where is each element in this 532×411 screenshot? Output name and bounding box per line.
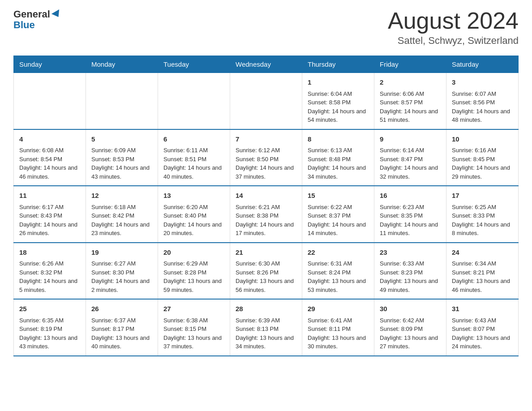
- day-info: Sunrise: 6:42 AMSunset: 8:09 PMDaylight:…: [380, 316, 441, 351]
- calendar-cell: 14Sunrise: 6:21 AMSunset: 8:38 PMDayligh…: [230, 186, 302, 243]
- calendar-cell: 3Sunrise: 6:07 AMSunset: 8:56 PMDaylight…: [446, 73, 519, 129]
- day-info: Sunrise: 6:31 AMSunset: 8:24 PMDaylight:…: [308, 259, 369, 294]
- calendar-cell: 11Sunrise: 6:17 AMSunset: 8:43 PMDayligh…: [14, 186, 86, 243]
- day-number: 26: [91, 304, 152, 314]
- calendar-cell: 8Sunrise: 6:13 AMSunset: 8:48 PMDaylight…: [302, 129, 374, 186]
- day-number: 11: [19, 191, 80, 201]
- calendar-cell: 9Sunrise: 6:14 AMSunset: 8:47 PMDaylight…: [374, 129, 446, 186]
- weekday-header-saturday: Saturday: [446, 56, 519, 73]
- calendar-cell: 10Sunrise: 6:16 AMSunset: 8:45 PMDayligh…: [446, 129, 519, 186]
- calendar-cell: 1Sunrise: 6:04 AMSunset: 8:58 PMDaylight…: [302, 73, 374, 129]
- calendar-cell: [86, 73, 158, 129]
- day-info: Sunrise: 6:08 AMSunset: 8:54 PMDaylight:…: [19, 146, 80, 181]
- day-number: 13: [163, 191, 224, 201]
- calendar-cell: 29Sunrise: 6:41 AMSunset: 8:11 PMDayligh…: [302, 299, 374, 356]
- day-info: Sunrise: 6:30 AMSunset: 8:26 PMDaylight:…: [236, 259, 296, 294]
- calendar-cell: 17Sunrise: 6:25 AMSunset: 8:33 PMDayligh…: [446, 186, 519, 243]
- calendar-cell: 28Sunrise: 6:39 AMSunset: 8:13 PMDayligh…: [230, 299, 302, 356]
- calendar-body: 1Sunrise: 6:04 AMSunset: 8:58 PMDaylight…: [14, 73, 519, 356]
- calendar-cell: 4Sunrise: 6:08 AMSunset: 8:54 PMDaylight…: [14, 129, 86, 186]
- calendar-header: SundayMondayTuesdayWednesdayThursdayFrid…: [14, 56, 519, 73]
- day-info: Sunrise: 6:20 AMSunset: 8:40 PMDaylight:…: [163, 203, 224, 238]
- day-number: 23: [380, 248, 441, 258]
- calendar-cell: 30Sunrise: 6:42 AMSunset: 8:09 PMDayligh…: [374, 299, 446, 356]
- day-number: 14: [236, 191, 296, 201]
- day-info: Sunrise: 6:35 AMSunset: 8:19 PMDaylight:…: [19, 316, 80, 351]
- calendar-cell: 23Sunrise: 6:33 AMSunset: 8:23 PMDayligh…: [374, 243, 446, 300]
- day-info: Sunrise: 6:27 AMSunset: 8:30 PMDaylight:…: [91, 259, 152, 294]
- calendar-cell: 25Sunrise: 6:35 AMSunset: 8:19 PMDayligh…: [14, 299, 86, 356]
- day-info: Sunrise: 6:23 AMSunset: 8:35 PMDaylight:…: [380, 203, 441, 238]
- day-number: 27: [163, 304, 224, 314]
- day-number: 2: [380, 77, 441, 88]
- calendar-cell: 18Sunrise: 6:26 AMSunset: 8:32 PMDayligh…: [14, 243, 86, 300]
- calendar-cell: 5Sunrise: 6:09 AMSunset: 8:53 PMDaylight…: [86, 129, 158, 186]
- calendar-cell: 13Sunrise: 6:20 AMSunset: 8:40 PMDayligh…: [158, 186, 230, 243]
- day-info: Sunrise: 6:16 AMSunset: 8:45 PMDaylight:…: [452, 146, 513, 181]
- day-number: 3: [452, 77, 513, 88]
- week-row-1: 1Sunrise: 6:04 AMSunset: 8:58 PMDaylight…: [14, 73, 519, 129]
- day-info: Sunrise: 6:17 AMSunset: 8:43 PMDaylight:…: [19, 203, 80, 238]
- day-info: Sunrise: 6:12 AMSunset: 8:50 PMDaylight:…: [236, 146, 296, 181]
- calendar-cell: 27Sunrise: 6:38 AMSunset: 8:15 PMDayligh…: [158, 299, 230, 356]
- day-number: 20: [163, 248, 224, 258]
- calendar-cell: 12Sunrise: 6:18 AMSunset: 8:42 PMDayligh…: [86, 186, 158, 243]
- day-info: Sunrise: 6:41 AMSunset: 8:11 PMDaylight:…: [308, 316, 369, 351]
- day-info: Sunrise: 6:11 AMSunset: 8:51 PMDaylight:…: [163, 146, 224, 181]
- month-title: August 2024: [388, 9, 519, 32]
- day-number: 1: [308, 77, 369, 88]
- weekday-header-tuesday: Tuesday: [158, 56, 230, 73]
- day-number: 31: [452, 304, 513, 314]
- location-title: Sattel, Schwyz, Switzerland: [388, 35, 519, 47]
- day-number: 6: [163, 134, 224, 145]
- day-info: Sunrise: 6:25 AMSunset: 8:33 PMDaylight:…: [452, 203, 513, 238]
- logo: General Blue: [13, 9, 61, 30]
- logo-general-text: General: [13, 9, 50, 20]
- day-info: Sunrise: 6:38 AMSunset: 8:15 PMDaylight:…: [163, 316, 224, 351]
- day-info: Sunrise: 6:22 AMSunset: 8:37 PMDaylight:…: [308, 203, 369, 238]
- calendar-cell: [14, 73, 86, 129]
- week-row-5: 25Sunrise: 6:35 AMSunset: 8:19 PMDayligh…: [14, 299, 519, 356]
- calendar-cell: [158, 73, 230, 129]
- day-number: 22: [308, 248, 369, 258]
- day-number: 7: [236, 134, 296, 145]
- calendar-cell: 31Sunrise: 6:43 AMSunset: 8:07 PMDayligh…: [446, 299, 519, 356]
- weekday-header-row: SundayMondayTuesdayWednesdayThursdayFrid…: [14, 56, 519, 73]
- day-number: 15: [308, 191, 369, 201]
- week-row-3: 11Sunrise: 6:17 AMSunset: 8:43 PMDayligh…: [14, 186, 519, 243]
- day-number: 19: [91, 248, 152, 258]
- day-number: 12: [91, 191, 152, 201]
- day-number: 8: [308, 134, 369, 145]
- calendar-cell: 21Sunrise: 6:30 AMSunset: 8:26 PMDayligh…: [230, 243, 302, 300]
- day-number: 10: [452, 134, 513, 145]
- day-number: 17: [452, 191, 513, 201]
- calendar-table: SundayMondayTuesdayWednesdayThursdayFrid…: [13, 56, 519, 356]
- day-info: Sunrise: 6:18 AMSunset: 8:42 PMDaylight:…: [91, 203, 152, 238]
- day-info: Sunrise: 6:06 AMSunset: 8:57 PMDaylight:…: [380, 90, 441, 124]
- day-info: Sunrise: 6:04 AMSunset: 8:58 PMDaylight:…: [308, 90, 369, 124]
- calendar-cell: 15Sunrise: 6:22 AMSunset: 8:37 PMDayligh…: [302, 186, 374, 243]
- calendar-cell: 19Sunrise: 6:27 AMSunset: 8:30 PMDayligh…: [86, 243, 158, 300]
- day-number: 21: [236, 248, 296, 258]
- day-number: 30: [380, 304, 441, 314]
- day-info: Sunrise: 6:39 AMSunset: 8:13 PMDaylight:…: [236, 316, 296, 351]
- day-number: 5: [91, 134, 152, 145]
- weekday-header-wednesday: Wednesday: [230, 56, 302, 73]
- weekday-header-sunday: Sunday: [14, 56, 86, 73]
- day-info: Sunrise: 6:33 AMSunset: 8:23 PMDaylight:…: [380, 259, 441, 294]
- day-number: 9: [380, 134, 441, 145]
- day-info: Sunrise: 6:26 AMSunset: 8:32 PMDaylight:…: [19, 259, 80, 294]
- calendar-cell: 6Sunrise: 6:11 AMSunset: 8:51 PMDaylight…: [158, 129, 230, 186]
- calendar-cell: 24Sunrise: 6:34 AMSunset: 8:21 PMDayligh…: [446, 243, 519, 300]
- day-info: Sunrise: 6:34 AMSunset: 8:21 PMDaylight:…: [452, 259, 513, 294]
- day-info: Sunrise: 6:21 AMSunset: 8:38 PMDaylight:…: [236, 203, 296, 238]
- day-info: Sunrise: 6:37 AMSunset: 8:17 PMDaylight:…: [91, 316, 152, 351]
- day-info: Sunrise: 6:09 AMSunset: 8:53 PMDaylight:…: [91, 146, 152, 181]
- day-number: 25: [19, 304, 80, 314]
- day-number: 24: [452, 248, 513, 258]
- week-row-4: 18Sunrise: 6:26 AMSunset: 8:32 PMDayligh…: [14, 243, 519, 300]
- weekday-header-friday: Friday: [374, 56, 446, 73]
- week-row-2: 4Sunrise: 6:08 AMSunset: 8:54 PMDaylight…: [14, 129, 519, 186]
- calendar-cell: [230, 73, 302, 129]
- weekday-header-monday: Monday: [86, 56, 158, 73]
